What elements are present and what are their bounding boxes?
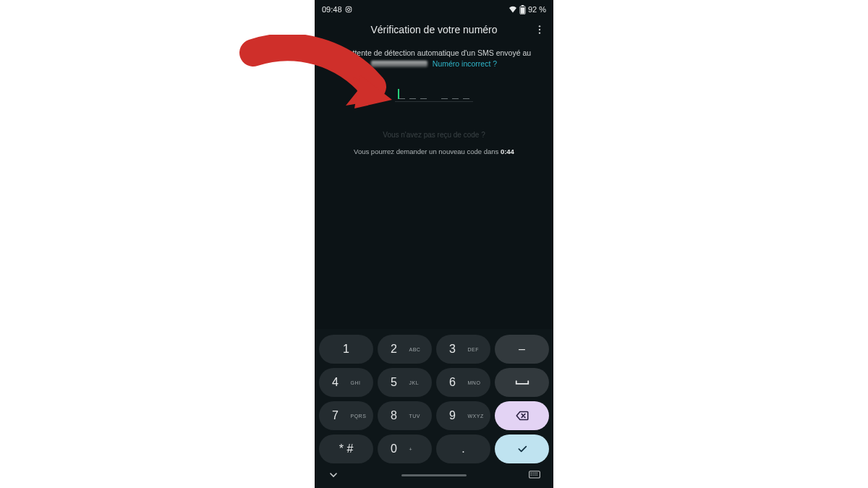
svg-rect-16 — [535, 474, 535, 475]
key-backspace[interactable] — [495, 401, 549, 430]
status-right: 92 % — [509, 5, 546, 14]
battery-icon — [519, 5, 526, 14]
key-dash[interactable]: – — [495, 335, 549, 364]
svg-point-7 — [539, 29, 540, 30]
numeric-keypad: 12ABC3DEF–4GHI5JKL6MNO7PQRS8TUV9WXYZ* #0… — [315, 329, 553, 488]
code-slot — [409, 98, 416, 100]
status-left: 09:48 — [322, 5, 352, 14]
battery-pct: 92 % — [528, 5, 546, 14]
key-5[interactable]: 5JKL — [378, 368, 432, 397]
code-slot — [463, 98, 469, 100]
instagram-icon — [345, 6, 352, 13]
redacted-phone-number — [371, 61, 427, 67]
key-check[interactable] — [495, 435, 549, 463]
verification-body: En attente de détection automatique d'un… — [315, 42, 553, 155]
svg-rect-17 — [537, 474, 537, 475]
svg-point-6 — [539, 25, 540, 27]
svg-point-8 — [539, 32, 540, 33]
collapse-keyboard-button[interactable] — [328, 469, 339, 481]
waiting-text: En attente de détection automatique d'un… — [325, 48, 543, 69]
more-button[interactable] — [532, 22, 548, 38]
countdown-prefix: Vous pourrez demander un nouveau code da… — [354, 147, 501, 155]
key-[interactable]: . — [436, 435, 490, 463]
svg-rect-5 — [521, 7, 525, 14]
key-3[interactable]: 3DEF — [436, 335, 490, 364]
code-slot — [452, 98, 459, 100]
svg-rect-13 — [537, 473, 537, 474]
key-space[interactable] — [495, 368, 549, 397]
key-9[interactable]: 9WXYZ — [436, 401, 490, 430]
home-indicator[interactable] — [401, 474, 467, 476]
code-slot — [420, 98, 427, 100]
wrong-number-link[interactable]: Numéro incorrect ? — [433, 59, 497, 68]
waiting-line1: En attente de détection automatique d'un… — [337, 48, 531, 57]
key-4[interactable]: 4GHI — [319, 368, 373, 397]
key-7[interactable]: 7PQRS — [319, 401, 373, 430]
key-0[interactable]: 0+ — [378, 435, 432, 463]
keyboard-toolbar — [319, 468, 549, 485]
svg-rect-10 — [531, 473, 532, 474]
phone-frame: 09:48 92 % Vérification de votre numéro … — [315, 0, 553, 488]
key-6[interactable]: 6MNO — [436, 368, 490, 397]
statusbar: 09:48 92 % — [315, 0, 553, 17]
switch-keyboard-button[interactable] — [529, 471, 540, 479]
code-slot — [399, 98, 405, 100]
key-2[interactable]: 2ABC — [378, 335, 432, 364]
svg-rect-0 — [346, 7, 352, 12]
svg-rect-14 — [531, 474, 532, 475]
svg-point-1 — [347, 8, 350, 11]
key-[interactable]: * # — [319, 435, 373, 463]
svg-point-2 — [349, 7, 350, 8]
svg-rect-15 — [532, 474, 533, 475]
key-1[interactable]: 1 — [319, 335, 373, 364]
page-title: Vérification de votre numéro — [370, 24, 497, 35]
svg-rect-11 — [532, 473, 533, 474]
key-8[interactable]: 8TUV — [378, 401, 432, 430]
code-slot — [441, 98, 448, 100]
code-input[interactable] — [395, 83, 473, 102]
wifi-icon — [509, 6, 517, 13]
app-header: Vérification de votre numéro — [315, 17, 553, 42]
svg-rect-12 — [535, 473, 535, 474]
countdown-time: 0:44 — [501, 147, 514, 155]
countdown-text: Vous pourrez demander un nouveau code da… — [325, 147, 543, 155]
status-time: 09:48 — [322, 5, 342, 14]
text-caret — [398, 89, 399, 99]
resend-code-disabled: Vous n'avez pas reçu de code ? — [325, 131, 543, 139]
